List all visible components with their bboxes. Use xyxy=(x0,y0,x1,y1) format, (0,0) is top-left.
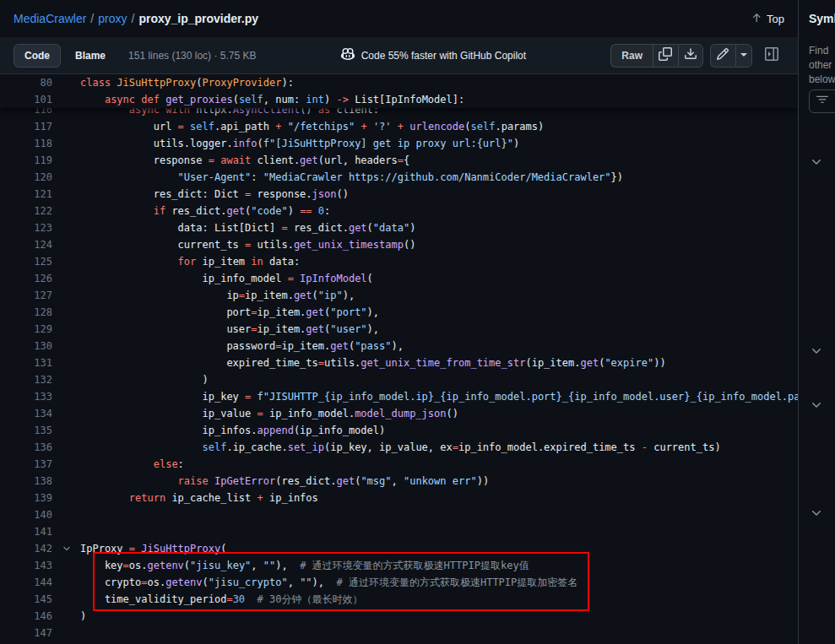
symbols-tree-expander[interactable] xyxy=(810,155,823,169)
scroll-to-top-button[interactable]: Top xyxy=(751,12,784,26)
code-line: 122 if res_dict.get("code") == 0: xyxy=(0,203,798,219)
symbols-hint-line: Find xyxy=(809,44,835,58)
code-line: 146) xyxy=(0,608,798,625)
line-number[interactable]: 80 xyxy=(0,74,52,91)
line-number[interactable]: 130 xyxy=(0,338,52,354)
tab-blame[interactable]: Blame xyxy=(64,44,117,68)
line-number[interactable]: 141 xyxy=(0,523,52,540)
code-line: 135 ip_infos.append(ip_info_model) xyxy=(0,422,798,439)
fold-gutter xyxy=(52,608,80,625)
tab-code[interactable]: Code xyxy=(14,44,61,68)
symbols-tree-expander[interactable] xyxy=(810,506,823,520)
raw-button[interactable]: Raw xyxy=(610,44,653,68)
breadcrumb-repo-link[interactable]: MediaCrawler xyxy=(14,12,86,25)
symbols-panel-toggle-button[interactable] xyxy=(759,44,784,68)
fold-gutter xyxy=(52,186,80,203)
fold-gutter xyxy=(52,456,80,473)
line-number[interactable]: 145 xyxy=(0,591,52,608)
line-number[interactable]: 132 xyxy=(0,371,52,388)
line-number[interactable]: 120 xyxy=(0,169,52,186)
code-text: crypto=os.getenv("jisu_crypto", ""), # 通… xyxy=(80,574,798,591)
code-line: 136 self.ip_cache.set_ip(ip_key, ip_valu… xyxy=(0,439,798,456)
code-line: 141 xyxy=(0,523,798,540)
line-number[interactable]: 123 xyxy=(0,219,52,236)
line-number[interactable]: 125 xyxy=(0,253,52,270)
line-number[interactable]: 146 xyxy=(0,608,52,625)
line-number[interactable]: 140 xyxy=(0,506,52,523)
copy-raw-button[interactable] xyxy=(653,44,678,68)
line-number[interactable]: 129 xyxy=(0,321,52,338)
code-text xyxy=(80,523,798,540)
line-number[interactable]: 135 xyxy=(0,422,52,439)
line-number[interactable]: 147 xyxy=(0,625,52,641)
line-number[interactable]: 122 xyxy=(0,203,52,219)
breadcrumb-folder-link[interactable]: proxy xyxy=(98,12,127,25)
line-number[interactable]: 137 xyxy=(0,456,52,473)
edit-button-group xyxy=(710,44,752,68)
fold-gutter xyxy=(52,388,80,405)
line-number[interactable]: 138 xyxy=(0,473,52,490)
download-raw-button[interactable] xyxy=(678,44,703,68)
top-label: Top xyxy=(767,13,784,25)
fold-gutter xyxy=(52,557,80,574)
fold-gutter xyxy=(52,74,80,91)
line-number[interactable]: 121 xyxy=(0,186,52,203)
line-number[interactable]: 144 xyxy=(0,574,52,591)
fold-gutter xyxy=(52,422,80,439)
code-text: password=ip_item.get("pass"), xyxy=(80,338,798,354)
blob-toolbar: Code Blame 151 lines (130 loc) · 5.75 KB… xyxy=(0,37,798,74)
line-number[interactable]: 142 xyxy=(0,540,52,557)
code-text: res_dict: Dict = response.json() xyxy=(80,186,798,203)
main-column: MediaCrawler/proxy/proxy_ip_provider.py … xyxy=(0,0,798,644)
line-number[interactable]: 127 xyxy=(0,287,52,304)
code-line: 145 time_validity_period=30 # 30分钟（最长时效） xyxy=(0,591,798,608)
symbols-tree-expander[interactable] xyxy=(810,398,823,412)
line-number[interactable]: 117 xyxy=(0,118,52,135)
code-line: 142IpProxy = JiSuHttpProxy( xyxy=(0,540,798,557)
code-line: 130 password=ip_item.get("pass"), xyxy=(0,338,798,354)
fold-gutter xyxy=(52,203,80,219)
edit-file-button[interactable] xyxy=(710,44,735,68)
fold-gutter xyxy=(52,405,80,422)
copy-icon xyxy=(659,47,672,63)
fold-gutter xyxy=(52,354,80,371)
line-number[interactable]: 118 xyxy=(0,135,52,152)
line-number[interactable]: 101 xyxy=(0,91,52,108)
code-line: 138 raise IpGetError(res_dict.get("msg",… xyxy=(0,473,798,490)
line-number[interactable]: 136 xyxy=(0,439,52,456)
code-line: 121 res_dict: Dict = response.json() xyxy=(0,186,798,203)
code-line: 134 ip_value = ip_info_model.model_dump_… xyxy=(0,405,798,422)
copilot-banner[interactable]: Code 55% faster with GitHub Copilot xyxy=(341,47,526,63)
code-line: 131 expired_time_ts=utils.get_unix_time_… xyxy=(0,354,798,371)
code-line: 127 ip=ip_item.get("ip"), xyxy=(0,287,798,304)
code-line: 118 utils.logger.info(f"[JiSuHttpProxy] … xyxy=(0,135,798,152)
download-icon xyxy=(684,47,697,63)
line-number[interactable]: 119 xyxy=(0,152,52,169)
line-number[interactable]: 124 xyxy=(0,236,52,253)
fold-chevron-icon[interactable] xyxy=(52,540,80,557)
code-line: 117 url = self.api_path + "/fetchips" + … xyxy=(0,118,798,135)
code-line: 124 current_ts = utils.get_unix_timestam… xyxy=(0,236,798,253)
edit-dropdown-button[interactable] xyxy=(735,44,752,68)
line-number[interactable]: 139 xyxy=(0,490,52,506)
chevron-down-icon xyxy=(810,157,823,171)
line-number[interactable]: 143 xyxy=(0,557,52,574)
line-number[interactable]: 134 xyxy=(0,405,52,422)
line-number[interactable]: 131 xyxy=(0,354,52,371)
code-text: utils.logger.info(f"[JiSuHttpProxy] get … xyxy=(80,135,798,152)
fold-gutter xyxy=(52,118,80,135)
fold-gutter xyxy=(52,287,80,304)
code-text: async def get_proxies(self, num: int) ->… xyxy=(80,91,798,108)
fold-gutter xyxy=(52,253,80,270)
breadcrumb-separator: / xyxy=(131,12,134,25)
line-number[interactable]: 128 xyxy=(0,304,52,321)
sidebar-panel-icon xyxy=(765,47,778,64)
fold-gutter xyxy=(52,135,80,152)
line-number[interactable]: 133 xyxy=(0,388,52,405)
code-line: 144 crypto=os.getenv("jisu_crypto", ""),… xyxy=(0,574,798,591)
triangle-down-icon xyxy=(737,47,751,63)
symbols-tree-expander[interactable] xyxy=(810,344,823,358)
line-number[interactable]: 126 xyxy=(0,270,52,287)
symbols-filter-input[interactable] xyxy=(809,89,835,113)
code-line: 128 port=ip_item.get("port"), xyxy=(0,304,798,321)
